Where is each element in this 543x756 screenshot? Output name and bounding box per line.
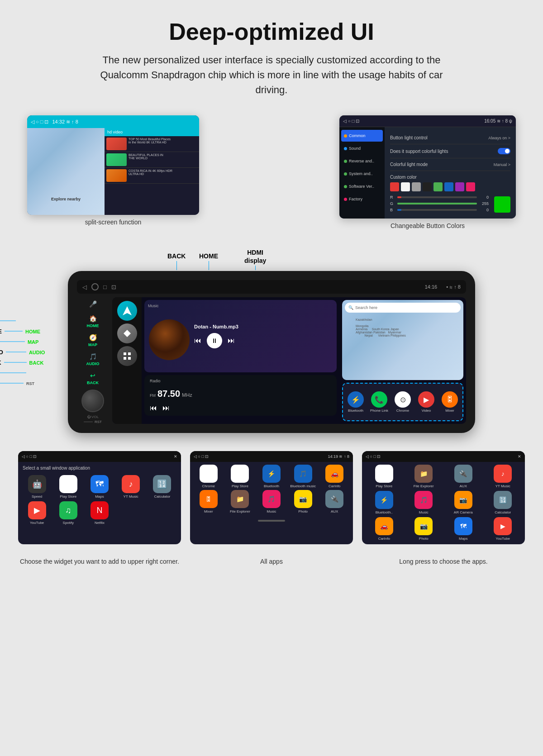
split-screen-section: ◁ ○ □ ⊡ 14:32 ≋ ↑ 8 Explore nearby hd vi… [27, 115, 199, 226]
cs-item-common[interactable]: Common [341, 130, 383, 142]
cs-item-sound[interactable]: Sound [341, 143, 383, 154]
play-pause-btn[interactable]: ⏸ [207, 333, 222, 348]
music-panel: Music Dotan - Numb.mp3 ⏮ ⏸ ⏭ [144, 300, 337, 372]
all-app-item[interactable]: 📷Photo [288, 490, 318, 514]
home-circle-icon[interactable] [91, 283, 99, 290]
app-icon: ▶ [375, 465, 393, 483]
app-chip-icon: ⊙ [395, 391, 411, 408]
color-swatch[interactable] [423, 182, 432, 191]
map-search-bar[interactable]: 🔍 Search here [345, 303, 461, 313]
color-swatch[interactable] [412, 182, 421, 191]
longpress-app-item[interactable]: 📁File Explorer [405, 465, 443, 488]
back-btn[interactable]: ↩ BACK [85, 369, 100, 387]
color-swatch[interactable] [466, 182, 475, 191]
g-slider-track[interactable] [397, 203, 477, 204]
longpress-app-item[interactable]: 🚗CarInfo [366, 517, 403, 541]
app-icon: ♪ [122, 475, 140, 493]
app-chip[interactable]: 📞Phone Link [369, 391, 389, 413]
prev-btn[interactable]: ⏮ [194, 337, 201, 345]
car-screen-area: 🎤 🏠 HOME 🧭 MAP 🎵 AUDIO [77, 297, 466, 424]
widget-app-item[interactable]: 🤖Speed [23, 475, 51, 499]
split-nav-icons: ◁ ○ □ ⊡ [31, 119, 48, 125]
audio-btn[interactable]: 🎵 AUDIO [85, 350, 100, 368]
map-label: Explore nearby [51, 197, 81, 201]
colorful-lights-toggle[interactable] [498, 148, 510, 154]
widget-top-bar: ◁ ○ □ ⊡ ✕ [18, 451, 181, 462]
cs-item-factory[interactable]: Factory [341, 193, 383, 205]
all-app-item[interactable]: 🔌AUX [319, 490, 349, 514]
screen-left-panel [112, 297, 142, 424]
radio-prev-btn[interactable]: ⏮ [150, 404, 157, 412]
all-app-item[interactable]: 🎵Music [257, 490, 286, 514]
map-btn[interactable]: 🧭 MAP [85, 331, 100, 349]
svg-rect-2 [124, 352, 126, 355]
app-chip[interactable]: 🎛Mixer [440, 391, 460, 413]
grid-app-icon[interactable] [117, 346, 137, 366]
widget-app-item[interactable]: 🔢Calculator [148, 475, 176, 499]
map-bg: Explore nearby [27, 128, 105, 215]
all-app-item[interactable]: ▶Play Store [225, 465, 255, 488]
longpress-app-item[interactable]: 📷Photo [405, 517, 443, 541]
longpress-app-item[interactable]: 🎵Music [405, 491, 443, 514]
vol-knob[interactable] [81, 390, 104, 412]
widget-app-item[interactable]: ♫Spotify [54, 501, 82, 525]
longpress-app-item[interactable]: ▶YouTube [485, 517, 522, 541]
color-swatches [390, 182, 510, 191]
svg-rect-5 [128, 357, 131, 360]
widget-app-item[interactable]: NNetflix [85, 501, 114, 525]
home-btn[interactable]: 🏠 HOME [85, 312, 100, 330]
all-app-item[interactable]: ⚡Bluetooth [257, 465, 286, 488]
longpress-app-item[interactable]: 🔢Calculator [485, 491, 522, 514]
cs-time: 16:05 ≋ ↑ 8 ψ [484, 119, 512, 124]
all-app-item[interactable]: 🚗CarInfo [319, 465, 349, 488]
color-swatch[interactable] [390, 182, 399, 191]
color-swatch[interactable] [401, 182, 410, 191]
color-swatch[interactable] [433, 182, 443, 191]
widget-app-item[interactable]: ▶Play Store [54, 475, 82, 499]
longpress-app-item[interactable]: 🔌AUX [445, 465, 482, 488]
app-chip[interactable]: ⚡Bluetooth [346, 391, 366, 413]
split-caption: split-screen function [85, 219, 142, 226]
svg-marker-1 [124, 330, 131, 337]
video-item-1: TOP 50 Most Beautiful Placesin the World… [105, 136, 199, 152]
car-status-time: 14:16 [425, 284, 438, 290]
longpress-app-item[interactable]: 📷AR Camera [445, 491, 482, 514]
next-btn[interactable]: ⏭ [228, 337, 235, 345]
widget-app-item[interactable]: ♪YT Music [117, 475, 145, 499]
nav-app-icon[interactable] [117, 301, 137, 321]
app-icon: 📷 [294, 490, 312, 508]
left-labels: MIC HOME HOME MAP MAP AUDIO AUDIO BACK [0, 318, 45, 387]
radio-next-btn[interactable]: ⏭ [162, 404, 170, 412]
mic-btn: 🎤 [85, 297, 100, 311]
longpress-app-item[interactable]: 🗺Maps [445, 517, 482, 541]
video-thumb-1 [106, 138, 127, 150]
widget-app-item[interactable]: 🗺Maps [85, 475, 114, 499]
screen-right: 🔍 Search here Kazakhstan Mongolia Armeni… [339, 297, 466, 424]
app-chip[interactable]: ⊙Chrome [393, 391, 413, 413]
app-icon: ♫ [59, 501, 77, 519]
app-icon: 🗺 [90, 475, 109, 493]
rst-row: RST [84, 420, 102, 424]
longpress-app-item[interactable]: ▶Play Store [366, 465, 403, 488]
all-app-item[interactable]: 📁File Explorer [225, 490, 255, 514]
cs-item-reverse[interactable]: Reverse and.. [341, 155, 383, 167]
color-swatch[interactable] [455, 182, 464, 191]
all-app-item[interactable]: 🎛Mixer [194, 490, 224, 514]
app-icon: 📷 [414, 517, 433, 535]
all-app-item[interactable]: 🎵Bluetooth music [288, 465, 318, 488]
video-meta-2: BEAUTIFUL PLACES INTHE WORLD [129, 153, 163, 166]
r-slider-track[interactable] [397, 196, 477, 198]
split-video: hd video TOP 50 Most Beautiful Placesin … [105, 128, 199, 215]
all-app-item[interactable]: ⊙Chrome [194, 465, 224, 488]
cs-item-software[interactable]: Software Ver.. [341, 181, 383, 192]
app-chip[interactable]: ▶Video [416, 391, 436, 413]
app-icon: 🔌 [454, 465, 472, 483]
car-section: BACK HOME HDMIdisplay MIC HOME HOME [0, 234, 543, 433]
longpress-app-item[interactable]: ⚡Bluetooth.. [366, 491, 403, 514]
longpress-app-item[interactable]: ♪YT Music [485, 465, 522, 488]
diamond-app-icon[interactable] [117, 323, 137, 343]
b-slider-track[interactable] [397, 209, 477, 211]
color-swatch[interactable] [444, 182, 453, 191]
widget-app-item[interactable]: ▶YouTube [23, 501, 51, 525]
cs-item-system[interactable]: System and.. [341, 168, 383, 180]
